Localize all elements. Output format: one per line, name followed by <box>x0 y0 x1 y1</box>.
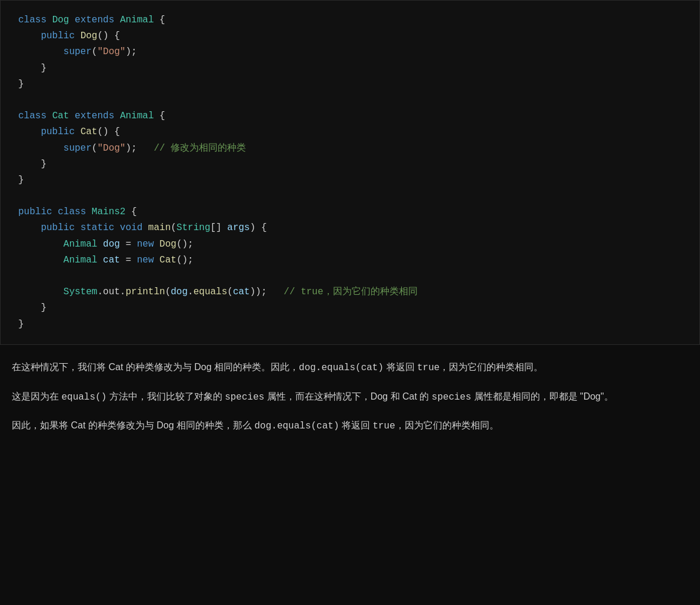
code-line-10: } <box>18 157 682 172</box>
code-line-3: super("Dog"); <box>18 44 682 60</box>
explanation-paragraph-3: 因此，如果将 Cat 的种类修改为与 Dog 相同的种类，那么 dog.equa… <box>12 417 688 435</box>
code-line-8: public Cat() { <box>18 124 682 140</box>
code-line-7: class Cat extends Animal { <box>18 108 682 124</box>
code-line-9: super("Dog"); // 修改为相同的种类 <box>18 141 682 157</box>
code-line-1: class Dog extends Animal { <box>18 12 682 28</box>
code-line-18: System.out.println(dog.equals(cat)); // … <box>18 284 682 300</box>
explanation-paragraph-2: 这是因为在 equals() 方法中，我们比较了对象的 species 属性，而… <box>12 388 688 406</box>
code-line-20: } <box>18 317 682 333</box>
code-line-6 <box>18 92 682 108</box>
code-line-14: public static void main(String[] args) { <box>18 220 682 236</box>
code-editor: class Dog extends Animal { public Dog() … <box>0 0 700 345</box>
code-line-11: } <box>18 172 682 188</box>
code-line-15: Animal dog = new Dog(); <box>18 237 682 252</box>
code-line-13: public class Mains2 { <box>18 204 682 220</box>
code-line-16: Animal cat = new Cat(); <box>18 252 682 268</box>
code-line-5: } <box>18 77 682 92</box>
code-line-17 <box>18 268 682 284</box>
code-line-4: } <box>18 61 682 77</box>
code-line-12 <box>18 188 682 204</box>
code-line-19: } <box>18 300 682 316</box>
explanation-section: 在这种情况下，我们将 Cat 的种类修改为与 Dog 相同的种类。因此，dog.… <box>0 345 700 435</box>
explanation-paragraph-1: 在这种情况下，我们将 Cat 的种类修改为与 Dog 相同的种类。因此，dog.… <box>12 359 688 377</box>
code-line-2: public Dog() { <box>18 28 682 44</box>
